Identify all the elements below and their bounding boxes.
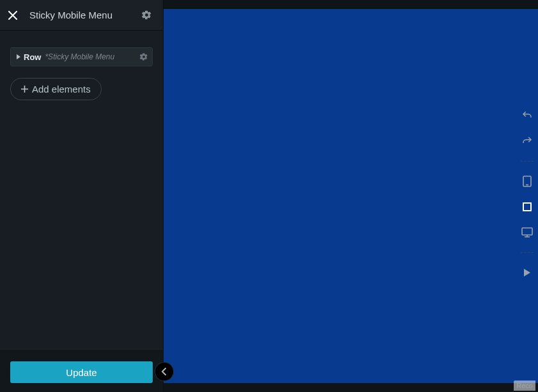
canvas-area: Reco — [164, 0, 538, 392]
desktop-icon — [521, 227, 533, 237]
toolbar-divider — [521, 252, 534, 253]
right-toolbar — [520, 109, 534, 280]
tree-row-settings-button[interactable] — [139, 52, 148, 61]
watermark-badge: Reco — [514, 381, 535, 391]
svg-rect-3 — [524, 204, 530, 210]
tree-row-item[interactable]: Row *Sticky Mobile Menu — [10, 47, 153, 66]
play-icon — [523, 268, 531, 277]
add-elements-button[interactable]: Add elements — [10, 78, 102, 100]
tablet-view-button[interactable] — [520, 200, 534, 214]
gear-icon — [141, 10, 152, 20]
close-icon — [8, 11, 17, 20]
undo-button[interactable] — [520, 109, 534, 123]
svg-rect-4 — [522, 228, 532, 235]
collapse-sidebar-button[interactable] — [155, 363, 173, 381]
sidebar-header: Sticky Mobile Menu — [0, 0, 163, 31]
tree-row-label: Row — [24, 52, 41, 62]
redo-icon — [521, 135, 533, 147]
mobile-view-button[interactable] — [520, 174, 534, 188]
mobile-icon — [523, 176, 532, 187]
preview-canvas[interactable] — [164, 9, 538, 383]
play-button[interactable] — [520, 266, 534, 280]
panel-settings-button[interactable] — [136, 5, 157, 26]
chevron-left-icon — [161, 368, 167, 375]
close-button[interactable] — [0, 0, 26, 31]
caret-right-icon — [16, 54, 21, 59]
sidebar-footer: Update — [0, 351, 163, 392]
update-button[interactable]: Update — [10, 361, 153, 383]
add-elements-label: Add elements — [32, 84, 91, 94]
gear-icon — [139, 52, 148, 61]
panel-title: Sticky Mobile Menu — [26, 10, 136, 20]
plus-icon — [21, 86, 28, 93]
undo-icon — [521, 110, 533, 121]
sidebar: Sticky Mobile Menu Row *Sticky Mobile Me… — [0, 0, 164, 392]
sidebar-body: Row *Sticky Mobile Menu Add elements — [0, 31, 163, 351]
tablet-icon — [522, 202, 532, 212]
toolbar-divider — [521, 161, 534, 162]
redo-button[interactable] — [520, 134, 534, 148]
desktop-view-button[interactable] — [520, 225, 534, 239]
tree-row-sublabel: *Sticky Mobile Menu — [45, 52, 139, 61]
